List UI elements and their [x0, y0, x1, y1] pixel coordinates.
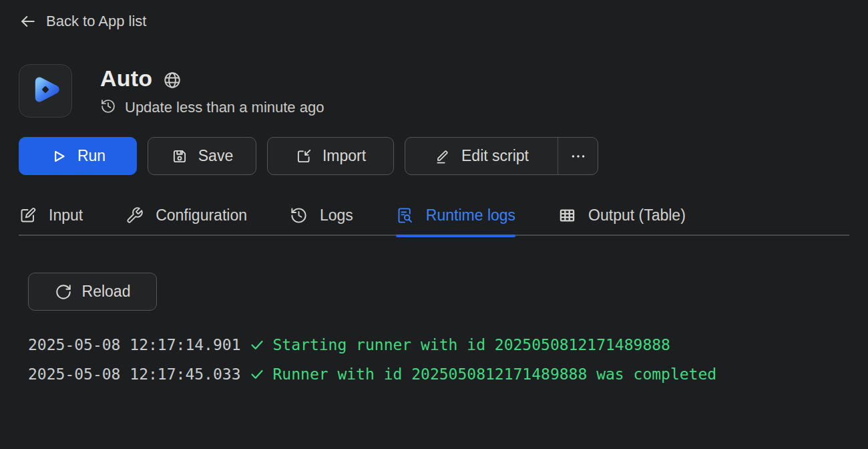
play-swirl-logo: [27, 71, 63, 110]
globe-icon: [162, 67, 182, 90]
check-icon: [249, 366, 265, 382]
back-to-app-list-link[interactable]: Back to App list: [19, 12, 146, 31]
more-actions-button[interactable]: [558, 138, 598, 174]
import-arrow-icon: [295, 148, 312, 165]
run-button[interactable]: Run: [19, 137, 137, 175]
play-icon: [50, 148, 67, 165]
import-button[interactable]: Import: [267, 137, 394, 175]
tab-input-label: Input: [49, 206, 83, 224]
history-clock-icon: [100, 98, 116, 117]
edit-script-button-label: Edit script: [461, 147, 529, 165]
app-title: Auto: [100, 65, 152, 92]
tab-runtime-logs-label: Runtime logs: [426, 206, 515, 224]
tab-runtime-logs[interactable]: Runtime logs: [396, 206, 515, 224]
reload-button-label: Reload: [82, 283, 131, 301]
app-header: Auto Update less tha: [19, 64, 849, 118]
rotate-cw-icon: [55, 283, 72, 301]
pencil-underline-icon: [434, 148, 451, 165]
log-timestamp: 2025-05-08 12:17:45.033: [28, 365, 241, 383]
toolbar: Run Save Import: [19, 137, 849, 175]
arrow-left-icon: [19, 12, 37, 31]
tab-configuration-label: Configuration: [156, 206, 247, 224]
tab-logs[interactable]: Logs: [290, 206, 353, 224]
history-clock-icon: [290, 206, 308, 224]
document-search-icon: [396, 206, 414, 224]
tab-output-table[interactable]: Output (Table): [558, 206, 686, 224]
log-line: 2025-05-08 12:17:14.901 Starting runner …: [28, 330, 849, 359]
run-button-label: Run: [77, 147, 105, 165]
edit-script-button-group: Edit script: [405, 137, 598, 175]
import-button-label: Import: [322, 147, 366, 165]
app-detail-page: Back to App list: [0, 0, 868, 389]
edit-script-button[interactable]: Edit script: [405, 138, 558, 174]
tab-output-table-label: Output (Table): [588, 206, 686, 224]
app-header-text: Auto Update less tha: [100, 64, 324, 117]
save-button-label: Save: [198, 147, 233, 165]
table-grid-icon: [558, 206, 576, 224]
floppy-disk-icon: [171, 148, 188, 165]
tab-bar: Input Configuration Logs: [19, 206, 849, 236]
tab-logs-label: Logs: [320, 206, 353, 224]
save-button[interactable]: Save: [148, 137, 256, 175]
log-lines: 2025-05-08 12:17:14.901 Starting runner …: [28, 330, 849, 389]
check-icon: [249, 337, 265, 353]
square-pen-icon: [19, 206, 37, 224]
updated-text: Update less than a minute ago: [125, 99, 324, 116]
log-timestamp: 2025-05-08 12:17:14.901: [28, 336, 241, 353]
app-logo-tile: [19, 64, 72, 118]
tab-input[interactable]: Input: [19, 206, 83, 224]
reload-button[interactable]: Reload: [28, 273, 157, 311]
log-message: Runner with id 2025050812171489888 was c…: [273, 365, 717, 383]
runtime-logs-panel: Reload 2025-05-08 12:17:14.901 Starting …: [19, 236, 849, 389]
log-message: Starting runner with id 2025050812171489…: [273, 336, 670, 353]
ellipsis-icon: [570, 148, 587, 165]
tab-configuration[interactable]: Configuration: [126, 206, 247, 224]
wrench-icon: [126, 206, 144, 224]
back-link-label: Back to App list: [46, 13, 146, 30]
log-line: 2025-05-08 12:17:45.033 Runner with id 2…: [28, 359, 849, 389]
